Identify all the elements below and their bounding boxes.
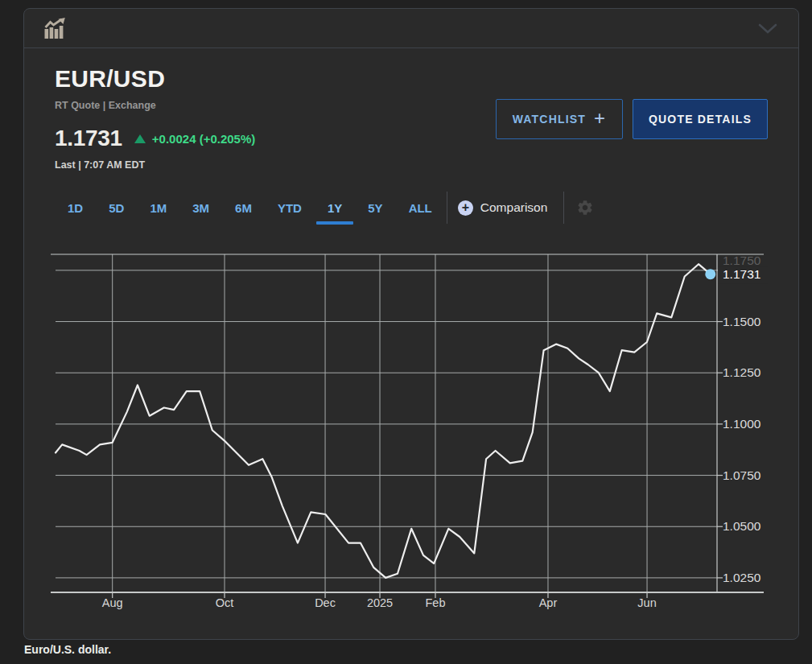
- price-chart[interactable]: AugOctDec2025FebAprJun1.17501.15001.1250…: [31, 253, 772, 623]
- price-row: 1.1731 +0.0024 (+0.205%): [55, 125, 255, 152]
- toolbar-divider: [563, 192, 564, 224]
- y-axis-label: 1.0250: [723, 571, 761, 584]
- x-axis-label: 2025: [367, 596, 393, 609]
- y-axis-label: 1.1500: [723, 315, 761, 328]
- y-axis-label: 1.0750: [723, 468, 761, 482]
- toolbar-divider: [447, 192, 447, 224]
- quote-widget-card: EUR/USD RT Quote | Exchange 1.1731 +0.00…: [23, 8, 799, 640]
- tab-5d[interactable]: 5D: [109, 191, 124, 225]
- x-axis-label: Oct: [216, 596, 234, 609]
- watchlist-label: WATCHLIST: [513, 113, 586, 126]
- tab-1d[interactable]: 1D: [68, 191, 83, 225]
- last-timestamp: Last | 7:07 AM EDT: [55, 159, 145, 171]
- y-axis-label: 1.1000: [723, 417, 761, 431]
- y-axis-label: 1.1750: [723, 254, 761, 267]
- current-price-dot: [705, 269, 715, 279]
- current-price-label: 1.1731: [723, 267, 760, 281]
- y-axis-label: 1.0500: [723, 519, 761, 533]
- tab-5y[interactable]: 5Y: [368, 191, 382, 225]
- x-axis-label: Dec: [315, 596, 336, 609]
- widget-header: [24, 9, 798, 48]
- chevron-down-icon[interactable]: [758, 23, 777, 35]
- range-tabs: 1D5D1M3M6MYTD1Y5YALL: [68, 191, 432, 225]
- add-comparison-icon: +: [458, 200, 473, 216]
- comparison-label: Comparison: [480, 200, 548, 215]
- up-arrow-icon: [134, 134, 146, 143]
- chart-icon: [44, 18, 66, 39]
- tab-all[interactable]: ALL: [409, 191, 432, 225]
- page-background: EUR/USD RT Quote | Exchange 1.1731 +0.00…: [0, 0, 812, 664]
- watchlist-button[interactable]: WATCHLIST +: [496, 99, 623, 139]
- tab-ytd[interactable]: YTD: [278, 191, 302, 225]
- quote-details-button[interactable]: QUOTE DETAILS: [633, 99, 768, 139]
- tab-3m[interactable]: 3M: [192, 191, 209, 225]
- tab-6m[interactable]: 6M: [235, 191, 252, 225]
- tab-1m[interactable]: 1M: [150, 191, 167, 225]
- gear-icon[interactable]: [576, 199, 594, 217]
- x-axis-label: Apr: [539, 596, 558, 609]
- plus-icon: +: [594, 109, 606, 128]
- y-axis-label: 1.1250: [723, 365, 761, 379]
- price-line-series: [56, 264, 711, 578]
- tab-1y[interactable]: 1Y: [328, 191, 342, 225]
- x-axis-label: Aug: [102, 596, 123, 609]
- symbol-title: EUR/USD: [55, 65, 165, 93]
- comparison-button[interactable]: + Comparison: [458, 200, 548, 216]
- x-axis-label: Feb: [425, 596, 445, 609]
- chart-caption: Euro/U.S. dollar.: [24, 643, 111, 656]
- price-change: +0.0024 (+0.205%): [152, 132, 255, 146]
- chart-toolbar: 1D5D1M3M6MYTD1Y5YALL + Comparison: [68, 191, 594, 225]
- last-price: 1.1731: [55, 126, 122, 151]
- x-axis-label: Jun: [637, 596, 656, 609]
- quote-subtitle: RT Quote | Exchange: [55, 100, 156, 111]
